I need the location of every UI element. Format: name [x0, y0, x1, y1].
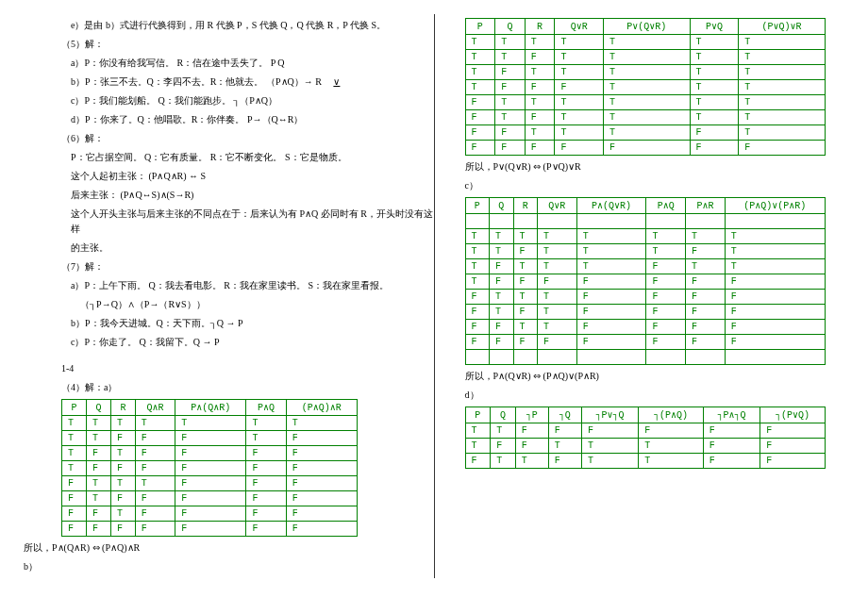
table-header: ┐P∨┐Q	[581, 407, 638, 423]
table-cell: T	[576, 229, 646, 244]
table-cell: T	[686, 229, 726, 244]
table-cell: F	[690, 141, 739, 156]
table-cell: T	[525, 95, 555, 110]
table-cell: T	[604, 80, 691, 95]
table-cell: F	[110, 522, 135, 537]
table-cell: T	[581, 439, 638, 454]
table-header: (P∧Q)∨(P∧R)	[725, 198, 825, 214]
table-header: Q	[490, 198, 514, 214]
table-cell: F	[760, 454, 826, 469]
table-cell: T	[690, 35, 739, 50]
table-cell: F	[135, 431, 175, 446]
table-header: ┐P	[515, 407, 548, 423]
table-cell	[686, 350, 726, 365]
table-cell: F	[525, 110, 555, 125]
text-line: （┐P→Q）∧（P→（R∨S））	[80, 297, 442, 312]
table-cell	[538, 350, 577, 365]
table-cell: F	[135, 446, 175, 461]
table-cell: T	[86, 416, 110, 431]
table-cell: F	[525, 141, 555, 156]
table-cell: F	[690, 125, 739, 141]
table-cell: F	[175, 446, 246, 461]
table-cell: T	[286, 416, 357, 431]
table-header: ┐(P∨Q)	[760, 407, 826, 423]
table-cell: F	[465, 305, 490, 320]
table-cell	[646, 350, 686, 365]
table-cell: F	[639, 423, 704, 439]
table-cell: T	[538, 259, 577, 274]
table-cell: F	[760, 439, 826, 454]
table-cell: F	[286, 431, 357, 446]
table-cell: T	[110, 476, 135, 491]
table-cell	[490, 214, 514, 229]
table-cell: F	[465, 290, 490, 305]
table-cell: F	[62, 491, 87, 506]
table-cell: F	[135, 522, 175, 537]
text-line: e）是由 b）式进行代换得到，用 R 代换 P，S 代换 Q，Q 代换 R，P …	[71, 18, 442, 33]
table-cell: T	[465, 423, 491, 439]
label-d: d）	[465, 388, 845, 403]
table-cell: T	[525, 35, 555, 50]
table-cell: F	[576, 274, 646, 290]
table-cell: F	[555, 141, 604, 156]
table-cell: T	[555, 35, 604, 50]
table-cell	[513, 214, 538, 229]
table-cell: F	[760, 423, 826, 439]
table-cell: F	[646, 290, 686, 305]
table-header: ┐Q	[548, 407, 581, 423]
text-line: 的主张。	[71, 241, 442, 256]
table-cell: T	[686, 259, 726, 274]
text-line: 后来主张： (P∧Q↔S)∧(S→R)	[71, 188, 442, 203]
table-cell: T	[465, 229, 490, 244]
table-cell	[465, 214, 490, 229]
table-cell: F	[555, 80, 604, 95]
table-cell: T	[525, 125, 555, 141]
table-cell: F	[286, 476, 357, 491]
text-line: c）P：你走了。 Q：我留下。Q → P	[71, 335, 442, 350]
text-line: b）P：张三不去。Q：李四不去。R：他就去。 （P∧Q）→ R ∨	[71, 75, 442, 90]
text-line: （6）解：	[61, 131, 442, 146]
table-cell: T	[548, 439, 581, 454]
table-cell: F	[604, 141, 691, 156]
table-cell: T	[495, 35, 526, 50]
table-cell: T	[555, 110, 604, 125]
table-cell: F	[686, 305, 726, 320]
table-cell: T	[62, 461, 87, 476]
table-cell: F	[646, 320, 686, 335]
table-cell: F	[246, 506, 286, 522]
table-cell: F	[739, 141, 826, 156]
table-cell: F	[175, 506, 246, 522]
table-cell: F	[646, 305, 686, 320]
table-cell: T	[495, 95, 526, 110]
table-cell: F	[513, 244, 538, 259]
table-cell: T	[465, 50, 495, 65]
table-cell: F	[246, 461, 286, 476]
table-header: P	[465, 407, 491, 423]
table-cell: T	[513, 320, 538, 335]
table-cell: F	[703, 454, 760, 469]
table-cell: T	[135, 416, 175, 431]
table-cell: T	[690, 80, 739, 95]
table-header: Q	[86, 400, 110, 416]
table-cell: T	[646, 244, 686, 259]
column-divider	[434, 14, 435, 578]
table-cell: F	[548, 454, 581, 469]
table-cell: F	[286, 446, 357, 461]
table-cell: F	[110, 461, 135, 476]
table-cell: F	[465, 125, 495, 141]
table-header: P∧(Q∨R)	[576, 198, 646, 214]
table-cell: F	[548, 423, 581, 439]
table-header: P	[62, 400, 87, 416]
table-cell: T	[62, 446, 87, 461]
table-cell: T	[110, 506, 135, 522]
truth-table-d: PQ┐P┐Q┐P∨┐Q┐(P∧Q)┐P∧┐Q┐(P∨Q)TTFFFFFFTFFT…	[465, 407, 826, 469]
table-cell: F	[490, 259, 514, 274]
table-cell: T	[491, 423, 516, 439]
table-cell: T	[555, 50, 604, 65]
table-cell: F	[686, 335, 726, 350]
table-cell: F	[135, 491, 175, 506]
table-cell: F	[686, 244, 726, 259]
text: b）P：张三不去。Q：李四不去。R：他就去。 （P∧Q）→ R	[71, 76, 322, 87]
table-header: P	[465, 198, 490, 214]
table-cell: T	[513, 259, 538, 274]
